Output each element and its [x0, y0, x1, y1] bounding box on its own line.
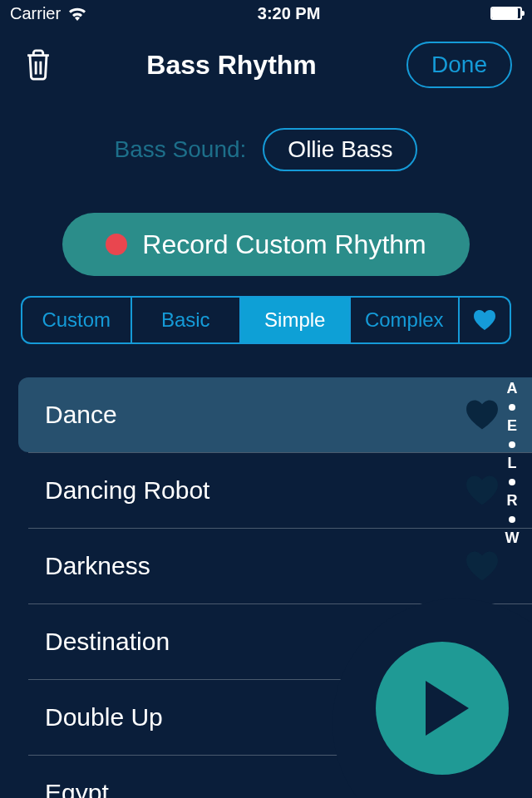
record-label: Record Custom Rhythm — [142, 229, 426, 260]
page-title: Bass Rhythm — [146, 50, 317, 81]
rhythm-category-tabs: Custom Basic Simple Complex — [21, 296, 511, 344]
alpha-letter[interactable]: R — [507, 492, 518, 510]
wifi-icon — [67, 6, 87, 21]
bass-sound-selector[interactable]: Ollie Bass — [263, 128, 417, 171]
favorite-toggle[interactable] — [466, 551, 499, 581]
done-button[interactable]: Done — [406, 42, 512, 88]
tab-custom[interactable]: Custom — [22, 298, 132, 342]
alpha-dot — [509, 441, 515, 448]
tab-complex[interactable]: Complex — [351, 298, 461, 342]
alpha-letter[interactable]: L — [508, 455, 517, 472]
record-icon — [106, 234, 127, 255]
favorite-toggle[interactable] — [466, 400, 499, 430]
heart-icon — [473, 310, 496, 330]
favorite-toggle[interactable] — [466, 475, 499, 505]
rhythm-name: Dancing Robot — [45, 476, 209, 505]
list-item[interactable]: Dancing Robot — [0, 453, 532, 528]
play-button[interactable] — [376, 642, 509, 775]
battery-icon — [490, 7, 522, 20]
rhythm-name: Double Up — [45, 703, 163, 732]
list-item[interactable]: Dance — [18, 377, 532, 452]
tab-basic[interactable]: Basic — [132, 298, 242, 342]
alphabet-index[interactable]: A E L R W — [500, 380, 524, 547]
alpha-dot — [509, 479, 515, 485]
rhythm-name: Dance — [45, 401, 117, 429]
bass-sound-label: Bass Sound: — [115, 136, 247, 163]
list-item[interactable]: Darkness — [0, 529, 532, 603]
clock: 3:20 PM — [258, 4, 321, 23]
alpha-dot — [509, 516, 515, 523]
trash-icon — [23, 48, 53, 81]
record-custom-rhythm-button[interactable]: Record Custom Rhythm — [62, 213, 470, 276]
delete-button[interactable] — [20, 47, 57, 83]
bass-sound-row: Bass Sound: Ollie Bass — [0, 128, 532, 171]
alpha-letter[interactable]: W — [505, 530, 520, 547]
play-fab-container — [341, 607, 532, 798]
status-bar: Carrier 3:20 PM — [0, 0, 532, 27]
rhythm-name: Destination — [45, 628, 170, 656]
rhythm-name: Darkness — [45, 552, 150, 580]
tab-favorites[interactable] — [460, 298, 510, 342]
alpha-dot — [509, 404, 515, 411]
rhythm-name: Egypt — [45, 779, 109, 798]
heart-icon — [466, 551, 499, 581]
nav-bar: Bass Rhythm Done — [0, 27, 532, 103]
alpha-letter[interactable]: A — [507, 380, 518, 397]
alpha-letter[interactable]: E — [507, 417, 517, 435]
tab-simple[interactable]: Simple — [241, 298, 351, 342]
play-icon — [422, 679, 472, 737]
heart-icon — [466, 400, 499, 430]
carrier-label: Carrier — [10, 4, 61, 23]
heart-icon — [466, 475, 499, 505]
